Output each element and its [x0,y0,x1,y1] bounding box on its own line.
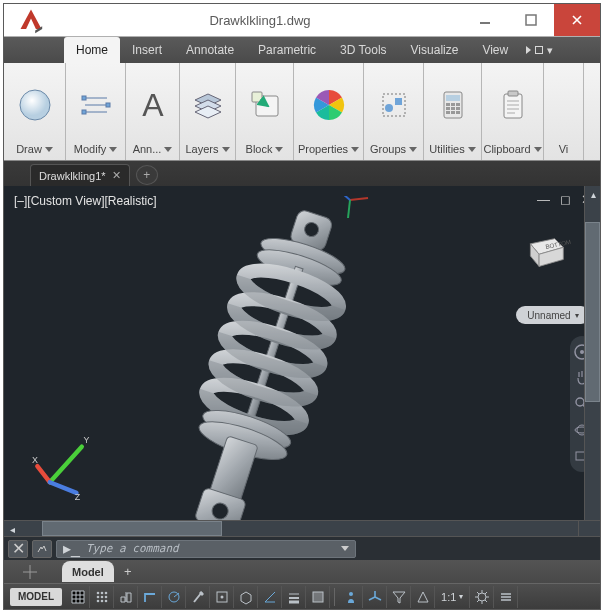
otrack-toggle[interactable] [258,586,282,608]
polar-icon [166,589,182,605]
ribbon-group-properties[interactable]: Properties [294,63,364,160]
layout-tabs-handle[interactable] [4,560,56,583]
tab-insert[interactable]: Insert [120,37,174,63]
app-logo[interactable] [4,4,58,36]
ribbon-group-utilities[interactable]: Utilities [424,63,482,160]
svg-point-67 [478,593,486,601]
ucs-icon[interactable]: Y X Z [32,420,112,500]
dropdown-icon [109,147,117,152]
filter-toggle[interactable] [387,586,411,608]
document-tab[interactable]: Drawklkling1* ✕ [30,164,130,186]
dynamic-input-toggle[interactable] [114,586,138,608]
svg-rect-20 [446,111,450,114]
dropdown-icon [351,147,359,152]
ribbon-group-layers[interactable]: Layers [180,63,236,160]
ribbon-group-annotation[interactable]: A Ann... [126,63,180,160]
ribbon-group-view-partial[interactable]: Vi [544,63,584,160]
overflow-sq-icon [535,46,543,54]
transparency-toggle[interactable] [306,586,330,608]
svg-point-59 [100,599,103,602]
svg-line-46 [50,447,82,483]
ribbon-group-clipboard[interactable]: Clipboard [482,63,544,160]
svg-point-63 [220,595,223,598]
svg-rect-5 [106,103,110,107]
gizmo-toggle[interactable] [363,586,387,608]
command-recent-dropdown-icon[interactable] [341,546,349,551]
anno-icon [415,589,431,605]
scale-label: 1:1 [441,591,456,603]
svg-rect-15 [451,103,455,106]
svg-rect-22 [456,111,460,114]
close-button[interactable] [554,4,600,36]
svg-point-2 [20,90,50,120]
osnap-toggle[interactable] [210,586,234,608]
document-tab-label: Drawklkling1* [39,170,106,182]
svg-rect-13 [446,95,460,101]
tab-label: 3D Tools [340,43,386,57]
modelspace-button[interactable]: MODEL [10,588,62,606]
svg-point-60 [104,599,107,602]
close-tab-icon[interactable]: ✕ [112,169,121,182]
tab-label: Home [76,43,108,57]
isodraft-toggle[interactable] [186,586,210,608]
ribbon-group-label: Block [246,143,273,155]
vertical-scrollbar[interactable]: ▴ [584,186,600,520]
polar-toggle[interactable] [162,586,186,608]
clipboard-icon [494,86,532,124]
command-customize-button[interactable] [32,540,52,558]
ribbon-group-groups[interactable]: Groups [364,63,424,160]
ucs-name-pill[interactable]: Unnamed ▾ [516,306,590,324]
command-input[interactable]: ▸_ Type a command [56,540,356,558]
svg-point-27 [576,398,584,406]
tab-label: Parametric [258,43,316,57]
tab-visualize[interactable]: Visualize [399,37,471,63]
command-history-button[interactable]: ✕ [8,540,28,558]
ribbon-group-block[interactable]: Block [236,63,294,160]
tab-annotate[interactable]: Annotate [174,37,246,63]
vp-maximize-icon[interactable]: ◻ [560,192,571,207]
tab-3dtools[interactable]: 3D Tools [328,37,398,63]
layout-tab-model[interactable]: Model [62,561,114,582]
minimize-button[interactable] [462,4,508,36]
svg-rect-18 [451,107,455,110]
model-render [124,196,424,556]
ortho-toggle[interactable] [138,586,162,608]
grid-toggle[interactable] [66,586,90,608]
ribbon-overflow[interactable]: ▾ [520,37,559,63]
layout-tabs-row: Model + [4,560,600,583]
close-icon [571,14,583,26]
customization-button[interactable] [494,586,518,608]
layout-add-button[interactable]: + [118,562,138,582]
selection-cycling-toggle[interactable] [339,586,363,608]
svg-text:Z: Z [75,492,81,500]
svg-point-53 [100,591,103,594]
ribbon-group-modify[interactable]: Modify [66,63,126,160]
ribbon-group-label: Groups [370,143,406,155]
viewport[interactable]: [–][Custom View][Realistic] — ◻ ✕ BOTTOM… [4,186,600,560]
ortho-icon [142,589,158,605]
snap-toggle[interactable] [90,586,114,608]
horizontal-scrollbar[interactable]: ◂ [4,520,578,536]
ribbon-group-draw[interactable]: Draw [4,63,66,160]
command-line: ✕ ▸_ Type a command [4,536,600,560]
new-tab-button[interactable]: + [136,165,158,185]
lineweight-toggle[interactable] [282,586,306,608]
dropdown-icon [468,147,476,152]
maximize-button[interactable] [508,4,554,36]
dropdown-icon [164,147,172,152]
modelspace-label: MODEL [18,591,54,602]
workspace-switching[interactable] [470,586,494,608]
annotation-visibility-toggle[interactable] [411,586,435,608]
gizmo-icon [367,589,383,605]
viewcube[interactable]: BOTTOM [520,230,572,270]
tab-parametric[interactable]: Parametric [246,37,328,63]
ribbon-group-label: Clipboard [483,143,530,155]
3dosnap-toggle[interactable] [234,586,258,608]
svg-point-56 [100,595,103,598]
annotation-scale[interactable]: 1:1▾ [435,586,470,608]
vp-minimize-icon[interactable]: — [537,192,550,207]
tab-home[interactable]: Home [64,37,120,63]
lineweight-icon [286,589,302,605]
tab-view[interactable]: View [470,37,520,63]
maximize-icon [525,14,537,26]
